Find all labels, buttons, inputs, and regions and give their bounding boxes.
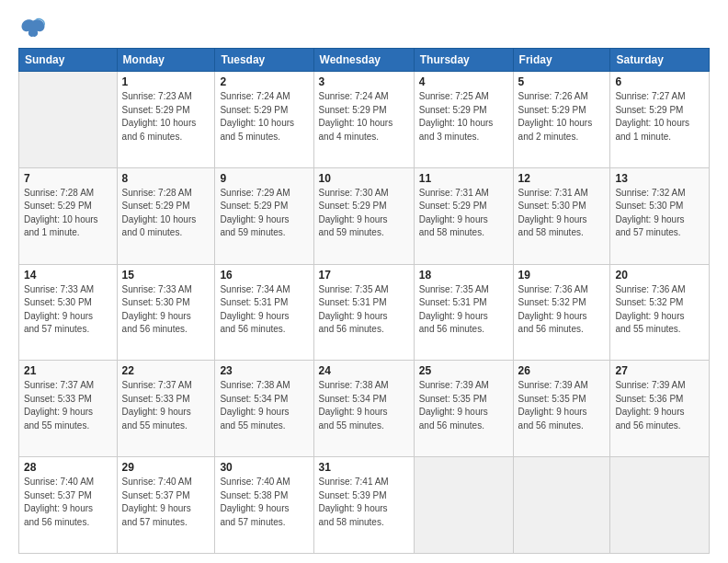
calendar-cell: 8Sunrise: 7:28 AM Sunset: 5:29 PM Daylig… [117, 167, 215, 264]
calendar-cell: 3Sunrise: 7:24 AM Sunset: 5:29 PM Daylig… [313, 72, 414, 168]
day-number: 10 [319, 172, 409, 185]
calendar-cell: 12Sunrise: 7:31 AM Sunset: 5:30 PM Dayli… [513, 167, 610, 264]
day-number: 21 [24, 364, 112, 377]
calendar-cell: 22Sunrise: 7:37 AM Sunset: 5:33 PM Dayli… [117, 361, 215, 457]
day-info: Sunrise: 7:34 AM Sunset: 5:31 PM Dayligh… [220, 283, 308, 337]
day-number: 9 [220, 172, 308, 185]
day-info: Sunrise: 7:36 AM Sunset: 5:32 PM Dayligh… [518, 283, 606, 337]
day-info: Sunrise: 7:28 AM Sunset: 5:29 PM Dayligh… [24, 187, 112, 240]
week-row-3: 14Sunrise: 7:33 AM Sunset: 5:30 PM Dayli… [19, 264, 710, 361]
calendar-cell: 9Sunrise: 7:29 AM Sunset: 5:29 PM Daylig… [215, 167, 313, 264]
calendar-cell: 23Sunrise: 7:38 AM Sunset: 5:34 PM Dayli… [215, 361, 313, 457]
calendar-cell: 14Sunrise: 7:33 AM Sunset: 5:30 PM Dayli… [19, 264, 118, 361]
day-number: 3 [319, 75, 409, 88]
day-info: Sunrise: 7:33 AM Sunset: 5:30 PM Dayligh… [122, 283, 210, 337]
day-number: 26 [518, 364, 606, 377]
day-info: Sunrise: 7:26 AM Sunset: 5:29 PM Dayligh… [518, 90, 606, 144]
day-info: Sunrise: 7:28 AM Sunset: 5:29 PM Dayligh… [122, 187, 210, 240]
day-info: Sunrise: 7:41 AM Sunset: 5:39 PM Dayligh… [319, 476, 409, 529]
calendar-cell: 25Sunrise: 7:39 AM Sunset: 5:35 PM Dayli… [414, 361, 513, 457]
day-number: 31 [319, 461, 409, 474]
day-info: Sunrise: 7:40 AM Sunset: 5:38 PM Dayligh… [220, 476, 308, 529]
calendar-cell: 19Sunrise: 7:36 AM Sunset: 5:32 PM Dayli… [513, 264, 610, 361]
logo [18, 17, 46, 39]
calendar-header-row: SundayMondayTuesdayWednesdayThursdayFrid… [19, 49, 710, 72]
calendar-cell: 1Sunrise: 7:23 AM Sunset: 5:29 PM Daylig… [117, 72, 215, 168]
day-number: 5 [518, 75, 606, 88]
day-number: 24 [319, 364, 409, 377]
day-info: Sunrise: 7:25 AM Sunset: 5:29 PM Dayligh… [419, 90, 508, 144]
day-info: Sunrise: 7:36 AM Sunset: 5:32 PM Dayligh… [615, 283, 704, 337]
calendar-cell: 5Sunrise: 7:26 AM Sunset: 5:29 PM Daylig… [513, 72, 610, 168]
day-info: Sunrise: 7:38 AM Sunset: 5:34 PM Dayligh… [319, 379, 409, 432]
column-header-sunday: Sunday [19, 49, 118, 72]
day-info: Sunrise: 7:33 AM Sunset: 5:30 PM Dayligh… [24, 283, 112, 337]
day-info: Sunrise: 7:27 AM Sunset: 5:29 PM Dayligh… [615, 90, 704, 144]
day-number: 30 [220, 461, 308, 474]
day-info: Sunrise: 7:39 AM Sunset: 5:35 PM Dayligh… [518, 379, 606, 432]
day-number: 1 [122, 75, 210, 88]
calendar-cell [610, 457, 710, 554]
day-number: 6 [615, 75, 704, 88]
calendar-cell: 28Sunrise: 7:40 AM Sunset: 5:37 PM Dayli… [19, 457, 118, 554]
day-number: 25 [419, 364, 508, 377]
day-info: Sunrise: 7:31 AM Sunset: 5:30 PM Dayligh… [518, 187, 606, 240]
calendar-cell [513, 457, 610, 554]
calendar-cell: 2Sunrise: 7:24 AM Sunset: 5:29 PM Daylig… [215, 72, 313, 168]
column-header-tuesday: Tuesday [215, 49, 313, 72]
calendar-cell: 21Sunrise: 7:37 AM Sunset: 5:33 PM Dayli… [19, 361, 118, 457]
calendar-cell: 13Sunrise: 7:32 AM Sunset: 5:30 PM Dayli… [610, 167, 710, 264]
calendar-cell [414, 457, 513, 554]
calendar-cell: 26Sunrise: 7:39 AM Sunset: 5:35 PM Dayli… [513, 361, 610, 457]
day-number: 8 [122, 172, 210, 185]
day-info: Sunrise: 7:30 AM Sunset: 5:29 PM Dayligh… [319, 187, 409, 240]
calendar-cell: 16Sunrise: 7:34 AM Sunset: 5:31 PM Dayli… [215, 264, 313, 361]
day-number: 13 [615, 172, 704, 185]
calendar-cell: 20Sunrise: 7:36 AM Sunset: 5:32 PM Dayli… [610, 264, 710, 361]
column-header-wednesday: Wednesday [313, 49, 414, 72]
day-number: 12 [518, 172, 606, 185]
day-number: 29 [122, 461, 210, 474]
calendar-cell: 10Sunrise: 7:30 AM Sunset: 5:29 PM Dayli… [313, 167, 414, 264]
day-number: 19 [518, 269, 606, 282]
logo-bird-icon [20, 17, 46, 42]
day-number: 15 [122, 269, 210, 282]
day-number: 18 [419, 269, 508, 282]
day-number: 14 [24, 269, 112, 282]
day-info: Sunrise: 7:39 AM Sunset: 5:36 PM Dayligh… [615, 379, 704, 432]
calendar-cell: 18Sunrise: 7:35 AM Sunset: 5:31 PM Dayli… [414, 264, 513, 361]
calendar-cell: 30Sunrise: 7:40 AM Sunset: 5:38 PM Dayli… [215, 457, 313, 554]
day-number: 16 [220, 269, 308, 282]
day-info: Sunrise: 7:23 AM Sunset: 5:29 PM Dayligh… [122, 90, 210, 144]
day-number: 7 [24, 172, 112, 185]
day-number: 27 [615, 364, 704, 377]
day-info: Sunrise: 7:32 AM Sunset: 5:30 PM Dayligh… [615, 187, 704, 240]
calendar-cell: 17Sunrise: 7:35 AM Sunset: 5:31 PM Dayli… [313, 264, 414, 361]
day-number: 4 [419, 75, 508, 88]
week-row-1: 1Sunrise: 7:23 AM Sunset: 5:29 PM Daylig… [19, 72, 710, 168]
calendar-cell: 6Sunrise: 7:27 AM Sunset: 5:29 PM Daylig… [610, 72, 710, 168]
calendar-table: SundayMondayTuesdayWednesdayThursdayFrid… [18, 48, 710, 554]
day-info: Sunrise: 7:40 AM Sunset: 5:37 PM Dayligh… [24, 476, 112, 529]
day-info: Sunrise: 7:29 AM Sunset: 5:29 PM Dayligh… [220, 187, 308, 240]
calendar-cell: 15Sunrise: 7:33 AM Sunset: 5:30 PM Dayli… [117, 264, 215, 361]
calendar-cell [19, 72, 118, 168]
day-info: Sunrise: 7:35 AM Sunset: 5:31 PM Dayligh… [419, 283, 508, 337]
day-number: 11 [419, 172, 508, 185]
day-number: 28 [24, 461, 112, 474]
column-header-friday: Friday [513, 49, 610, 72]
day-info: Sunrise: 7:35 AM Sunset: 5:31 PM Dayligh… [319, 283, 409, 337]
calendar-cell: 24Sunrise: 7:38 AM Sunset: 5:34 PM Dayli… [313, 361, 414, 457]
week-row-5: 28Sunrise: 7:40 AM Sunset: 5:37 PM Dayli… [19, 457, 710, 554]
day-info: Sunrise: 7:37 AM Sunset: 5:33 PM Dayligh… [24, 379, 112, 432]
calendar-cell: 31Sunrise: 7:41 AM Sunset: 5:39 PM Dayli… [313, 457, 414, 554]
day-number: 17 [319, 269, 409, 282]
day-number: 2 [220, 75, 308, 88]
day-info: Sunrise: 7:38 AM Sunset: 5:34 PM Dayligh… [220, 379, 308, 432]
calendar-cell: 4Sunrise: 7:25 AM Sunset: 5:29 PM Daylig… [414, 72, 513, 168]
day-number: 22 [122, 364, 210, 377]
week-row-4: 21Sunrise: 7:37 AM Sunset: 5:33 PM Dayli… [19, 361, 710, 457]
header [18, 17, 710, 39]
calendar-cell: 27Sunrise: 7:39 AM Sunset: 5:36 PM Dayli… [610, 361, 710, 457]
page: SundayMondayTuesdayWednesdayThursdayFrid… [0, 0, 728, 563]
